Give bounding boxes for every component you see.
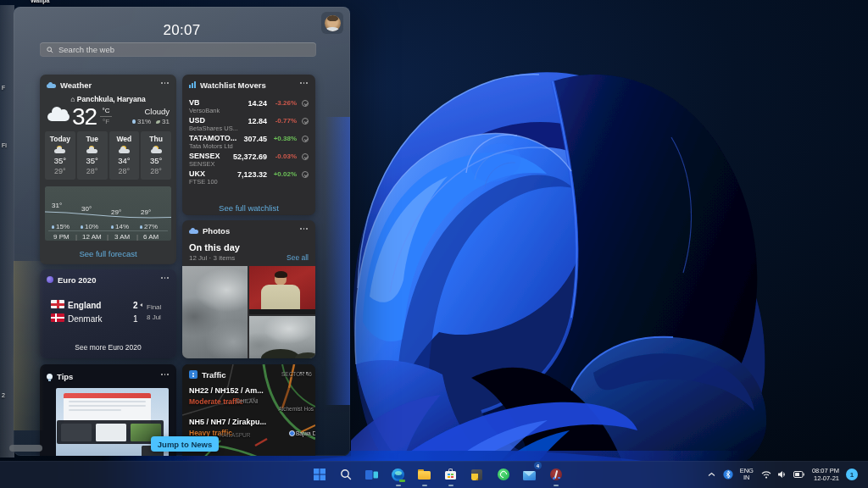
edge-icon — [392, 469, 404, 481]
search-icon — [47, 47, 53, 53]
weather-menu-icon[interactable] — [161, 82, 169, 84]
traffic-route: NH5 / NH7 / Zirakpu... — [189, 418, 266, 426]
panel-left-glow — [0, 5, 14, 458]
snip-app-button[interactable] — [542, 461, 569, 488]
humidity-icon — [132, 119, 136, 125]
tips-bulb-icon — [47, 374, 53, 380]
mail-icon — [523, 471, 536, 480]
notification-badge[interactable]: 1 — [846, 469, 858, 480]
tray-chevron-icon[interactable] — [708, 472, 715, 477]
profile-button[interactable] — [321, 12, 343, 34]
desktop-icon-label[interactable]: Wallpa — [31, 0, 49, 3]
weather-condition: Cloudy — [144, 107, 170, 116]
team-name: England — [68, 301, 101, 310]
weather-stats: 31%31 — [132, 118, 170, 125]
file-explorer-button[interactable] — [411, 461, 437, 488]
taskbar-search-icon — [340, 469, 352, 480]
team-score: 1 — [133, 314, 138, 324]
traffic-title: Traffic — [202, 370, 226, 380]
traffic-level: Moderate traffic — [189, 397, 243, 406]
england-flag-icon — [51, 300, 64, 308]
taskbar: 4 ENGIN — [0, 461, 868, 488]
volume-icon[interactable] — [777, 470, 787, 479]
search-button[interactable] — [332, 461, 359, 488]
task-view-icon — [365, 469, 378, 480]
euro-title: Euro 2020 — [58, 275, 96, 285]
watchlist-widget[interactable]: Watchlist Movers VBVersoBank 14.24-3.26%… — [182, 75, 315, 215]
team-name: Denmark — [68, 314, 103, 324]
photo-clouds-left[interactable] — [182, 266, 248, 358]
watchlist-row[interactable]: SENSEXSENSEX 52,372.69-0.03% — [189, 152, 309, 168]
tray-clock[interactable]: 08:07 PM12-07-21 — [812, 467, 839, 482]
wifi-icon[interactable] — [761, 470, 771, 479]
weather-location[interactable]: ⌂ Panchkula, Haryana — [40, 95, 176, 103]
sticky-notes-button[interactable] — [464, 461, 490, 488]
see-all-link[interactable]: See all — [287, 253, 309, 262]
user-avatar — [325, 15, 341, 31]
unit-toggle[interactable]: °C°F — [100, 107, 112, 125]
photos-widget[interactable]: Photos On this day 12 Jul · 3 items See … — [182, 220, 315, 358]
tips-menu-icon[interactable] — [161, 374, 169, 375]
traffic-icon — [189, 370, 198, 379]
photos-menu-icon[interactable] — [300, 228, 308, 230]
folder-icon — [418, 469, 431, 480]
sticky-notes-icon — [471, 469, 482, 480]
see-full-forecast-link[interactable]: See full forecast — [40, 249, 176, 258]
watchlist-row[interactable]: UKXFTSE 100 7,123.32+0.02% — [189, 169, 309, 186]
edge-button[interactable] — [385, 461, 411, 488]
forecast-day[interactable]: Tue35°28° — [77, 131, 108, 180]
desktop-icon-label[interactable]: 2 — [2, 392, 5, 398]
weather-widget[interactable]: Weather ⌂ Panchkula, Haryana 32 °C°F Clo… — [40, 75, 176, 264]
watchlist-row[interactable]: VBVersoBank 14.24-3.26% — [189, 98, 309, 114]
forecast-days: Today35°29° Tue35°28° Wed34°28° Thu35°28… — [45, 131, 171, 180]
bluetooth-icon[interactable] — [723, 469, 733, 480]
desktop-icon-label[interactable]: F — [2, 85, 5, 91]
weather-title: Weather — [60, 80, 92, 90]
photos-heading: On this day — [189, 242, 240, 252]
battery-icon[interactable] — [793, 471, 804, 478]
weather-icon — [47, 82, 56, 88]
search-input[interactable]: Search the web — [40, 42, 316, 57]
forecast-day[interactable]: Thu35°28° — [141, 131, 171, 180]
euro2020-widget[interactable]: Euro 2020 England 2 Final Denmark 1 8 Ju… — [40, 269, 176, 358]
photo-clouds-bottom[interactable] — [249, 316, 315, 358]
forecast-day[interactable]: Today35°29° — [45, 131, 75, 180]
map-label: Alchemist Hos — [278, 406, 314, 412]
mail-button[interactable]: 4 — [516, 461, 542, 488]
watchlist-row[interactable]: TATAMOTO...Tata Motors Ltd 307.45+0.38% — [189, 134, 309, 150]
jump-to-news-button[interactable]: Jump to News — [151, 436, 219, 452]
map-label: Bajwa Downtow — [296, 430, 315, 436]
task-view-button[interactable] — [359, 461, 385, 488]
team-score: 2 — [133, 301, 138, 310]
panel-scrollbar[interactable] — [9, 445, 42, 452]
euro-menu-icon[interactable] — [161, 277, 169, 279]
check-icon — [302, 100, 309, 107]
store-button[interactable] — [437, 461, 464, 488]
photo-portrait[interactable] — [249, 266, 315, 314]
photos-collage[interactable] — [182, 266, 315, 358]
current-temp: 32 — [72, 103, 97, 130]
whatsapp-icon — [498, 469, 509, 480]
see-more-euro-link[interactable]: See more Euro 2020 — [40, 343, 176, 352]
map-pin-icon — [289, 430, 295, 436]
start-button[interactable] — [306, 461, 332, 488]
language-indicator[interactable]: ENGIN — [740, 468, 754, 481]
mail-badge: 4 — [534, 462, 542, 469]
tips-title: Tips — [57, 372, 73, 381]
forecast-day[interactable]: Wed34°28° — [109, 131, 140, 180]
hourly-forecast: 31° 30° 29° 29° 15% 10% 14% 27% 9 PM | 1… — [45, 186, 171, 241]
see-full-watchlist-link[interactable]: See full watchlist — [182, 203, 315, 213]
match-status: Final — [147, 303, 161, 311]
watchlist-row[interactable]: USDBetaShares US... 12.84-0.77% — [189, 116, 309, 132]
snip-app-icon — [550, 469, 562, 480]
watchlist-menu-icon[interactable] — [300, 82, 308, 84]
panel-clock: 20:07 — [14, 22, 350, 39]
map-label: KAILASPUR — [220, 432, 251, 438]
screen: Wallpa F Fi 2 20:07 Search the web Weath… — [0, 0, 868, 488]
desktop-icon-label[interactable]: Fi — [2, 142, 7, 148]
search-placeholder: Search the web — [58, 45, 114, 54]
check-icon — [302, 136, 309, 142]
taskbar-icons: 4 — [306, 461, 569, 488]
whatsapp-button[interactable] — [490, 461, 516, 488]
denmark-flag-icon — [51, 313, 64, 322]
